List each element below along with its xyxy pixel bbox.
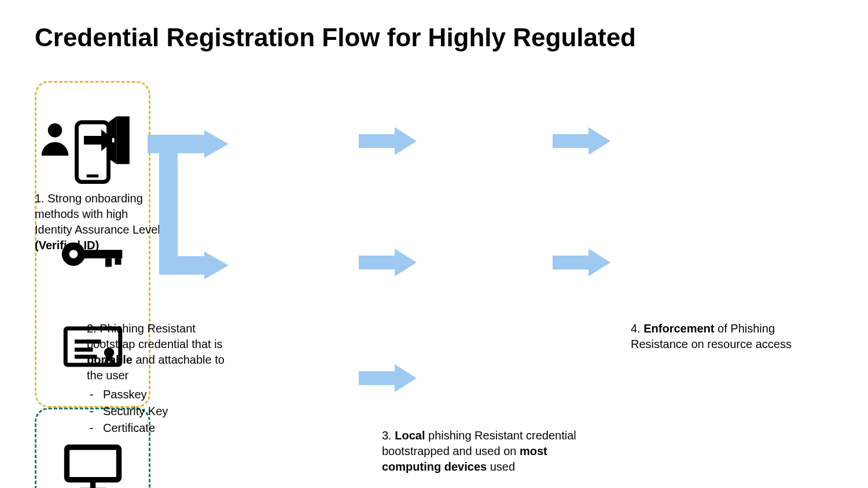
arrow-g2r-1 [553,127,610,155]
user-icon [35,119,75,159]
step3-bold1: Local [395,429,425,442]
arrow-y2g-1 [359,127,417,155]
svg-marker-7 [204,130,229,158]
svg-marker-37 [589,127,610,155]
svg-rect-8 [159,135,178,265]
bullet-securitykey: Security Key [103,404,226,419]
svg-marker-39 [589,249,610,276]
svg-rect-29 [67,447,119,479]
svg-marker-10 [204,252,229,279]
step2-bold: portable [87,353,133,366]
svg-rect-36 [553,134,590,148]
step3-caption: 3. Local phishing Resistant credential b… [382,428,584,475]
arrow-y2g-2 [359,249,417,276]
flow-diagram: 1. Strong onboarding methods with high I… [35,81,833,486]
step1-caption: 1. Strong onboarding methods with high I… [35,191,162,253]
enter-door-icon [84,116,136,165]
step3-suffix: used [487,460,515,473]
svg-rect-38 [553,256,590,269]
bullet-certificate: Certificate [103,420,226,436]
svg-rect-3 [84,136,104,145]
svg-rect-9 [159,256,205,275]
step1-bold: (Verified ID) [35,239,99,252]
step1-text: 1. Strong onboarding methods with high I… [35,192,160,236]
monitor-icon [62,443,123,488]
step2-bullets: Passkey Security Key Certificate [87,387,226,436]
svg-rect-23 [359,134,396,148]
arrow-g2r-2 [553,249,610,276]
svg-rect-1 [116,116,130,164]
svg-marker-24 [395,127,417,155]
step4-num: 4. [631,322,643,335]
svg-rect-17 [115,258,122,265]
svg-rect-16 [105,258,112,267]
svg-rect-27 [359,371,396,385]
step3-num: 3. [382,429,395,442]
branch-arrow [148,130,229,280]
svg-rect-5 [112,138,115,143]
step2-caption: 2. Phishing Resistant bootstrap credenti… [87,321,226,437]
svg-point-0 [48,123,62,138]
svg-rect-25 [359,256,396,269]
svg-marker-26 [395,249,417,276]
step4-bold: Enforcement [643,322,714,335]
diagram-title: Credential Registration Flow for Highly … [35,23,833,52]
bullet-passkey: Passkey [103,387,226,402]
step4-caption: 4. Enforcement of Phishing Resistance on… [631,321,799,352]
step2-text1: 2. Phishing Resistant bootstrap credenti… [87,322,223,350]
arrow-y2g-3 [359,364,417,392]
svg-marker-28 [395,364,417,392]
